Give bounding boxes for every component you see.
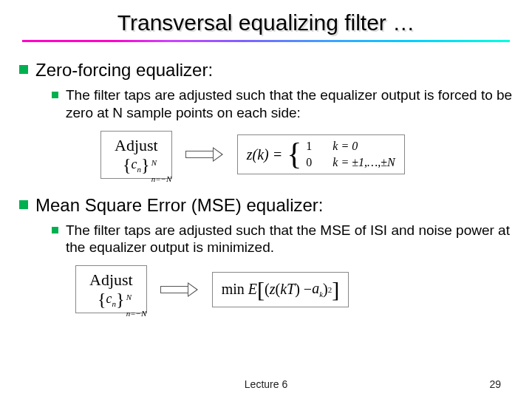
- bullet-zero-forcing: Zero-forcing equalizer:: [19, 60, 513, 81]
- equation-zf: z(k) = { 1k = 0 0k = ±1,…,±N: [237, 134, 405, 174]
- adjust-label: Adjust: [89, 270, 133, 290]
- sub-bullet-mse: The filter taps are adjusted such that t…: [52, 222, 513, 257]
- case2-val: 0: [306, 156, 316, 169]
- bullet-icon: [52, 227, 58, 233]
- case1-val: 1: [306, 140, 316, 153]
- arrow-icon: [160, 282, 199, 297]
- page-title: Transversal equalizing filter …: [0, 0, 532, 35]
- brace-icon: {: [287, 142, 301, 167]
- adjust-row-zf: Adjust {cn}Nn=−N z(k) = { 1k = 0 0k = ±1…: [19, 131, 513, 179]
- heading-zero-forcing: Zero-forcing equalizer:: [35, 60, 213, 81]
- bullet-icon: [19, 200, 28, 209]
- bullet-icon: [19, 65, 28, 74]
- footer-page: 29: [489, 378, 501, 390]
- sub-text-mse: The filter taps are adjusted such that t…: [66, 222, 513, 257]
- bullet-icon: [52, 92, 58, 98]
- taps-expression: {cn}Nn=−N: [118, 155, 154, 175]
- sub-bullet-zf: The filter taps are adjusted such that t…: [52, 86, 513, 122]
- case2-cond: k = ±1,…,±N: [332, 156, 395, 169]
- footer: Lecture 6 29: [0, 378, 532, 390]
- footer-lecture: Lecture 6: [245, 378, 287, 390]
- eq-lhs: z(k) =: [247, 146, 282, 163]
- heading-mse: Mean Square Error (MSE) equalizer:: [35, 195, 323, 216]
- equation-mse: min E[(z(kT) − ak)2]: [212, 272, 349, 307]
- adjust-label: Adjust: [115, 136, 158, 155]
- taps-expression: {cn}Nn=−N: [93, 290, 129, 310]
- adjust-box-mse: Adjust {cn}Nn=−N: [75, 265, 147, 313]
- content-area: Zero-forcing equalizer: The filter taps …: [0, 42, 532, 313]
- sub-text-zf: The filter taps are adjusted such that t…: [66, 86, 513, 122]
- adjust-box-zf: Adjust {cn}Nn=−N: [100, 131, 172, 179]
- adjust-row-mse: Adjust {cn}Nn=−N min E[(z(kT) − ak)2]: [19, 265, 513, 313]
- bullet-mse: Mean Square Error (MSE) equalizer:: [19, 195, 513, 216]
- arrow-icon: [185, 147, 224, 162]
- case1-cond: k = 0: [332, 140, 358, 153]
